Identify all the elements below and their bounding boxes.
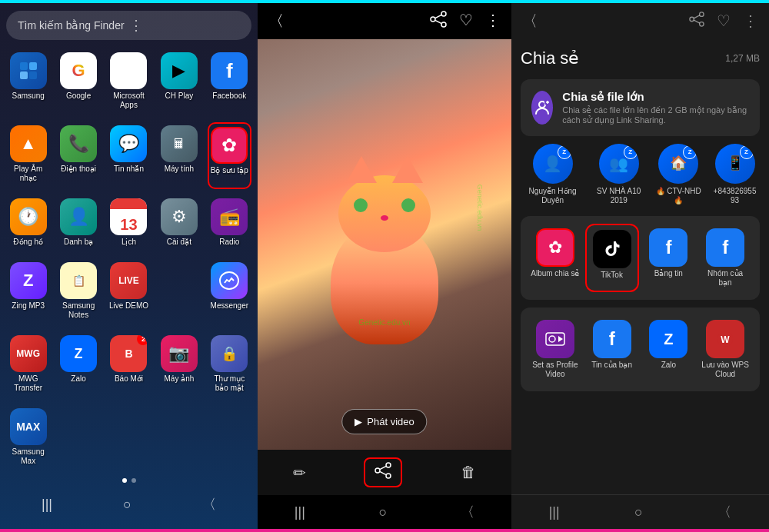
samsung-icon [10, 52, 47, 89]
back-button-right[interactable]: 〈 [522, 11, 538, 32]
share-app-tincuaban[interactable]: f Tin của bạn [585, 315, 639, 384]
more-top-icon[interactable]: ⋮ [485, 11, 501, 32]
app-radio[interactable]: 📻 Radio [208, 195, 251, 253]
app-chplay[interactable]: ▶ CH Play [157, 49, 201, 116]
photo-area: Genetic.edu.vn Genetic.edu.vn ▶ Phát vid… [258, 39, 511, 450]
app-baomoi[interactable]: B 2 Báo Mới [107, 332, 151, 399]
play-label: Phát video [367, 416, 414, 427]
contact-ctv[interactable]: Z 🏠 🔥 CTV-NHD 🔥 [653, 144, 704, 205]
app-settings[interactable]: ⚙ Cài đặt [157, 195, 201, 253]
app-zalo[interactable]: Z Zalo [56, 332, 100, 399]
share-header: Chia sẻ 1,27 MB [521, 48, 760, 68]
share-app-tiktok[interactable]: TikTok [585, 224, 639, 292]
pencil-button[interactable]: ✏ [281, 461, 318, 485]
nav-home-middle[interactable]: ○ [370, 501, 397, 524]
folder-icon: 🔒 [211, 335, 248, 372]
contact-phone-avatar: Z 📱 [715, 144, 755, 184]
share-top-icon[interactable] [430, 11, 447, 32]
clock-label: Đồng hồ [13, 238, 43, 247]
app-google[interactable]: G Google [56, 49, 100, 116]
screen-wrapper: Tìm kiếm bằng Finder ⋮ Samsung G Google [0, 0, 769, 532]
share-app-album[interactable]: ✿ Album chia sẻ [528, 224, 582, 292]
large-file-title: Chia sẻ file lớn [562, 90, 749, 104]
app-livedemo[interactable]: LIVE Live DEMO [107, 259, 151, 326]
tincuaban-label: Tin của bạn [591, 361, 632, 370]
app-messages[interactable]: 💬 Tin nhắn [107, 122, 151, 189]
contact-nguyen[interactable]: Z 👤 Nguyễn Hồng Duyên [521, 144, 584, 205]
wps-label: Lưu vào WPS Cloud [700, 361, 751, 379]
app-samsung[interactable]: Samsung [6, 49, 50, 116]
app-computer[interactable]: 🖩 Máy tính [157, 122, 201, 189]
app-contacts[interactable]: 👤 Danh bạ [56, 195, 100, 253]
nav-recent-right[interactable]: ||| [540, 501, 569, 524]
app-facebook[interactable]: f Facebook [208, 49, 251, 116]
app-mwg[interactable]: MWG MWG Transfer [6, 332, 50, 399]
camera-label: Máy ảnh [164, 374, 194, 384]
app-calendar[interactable]: 13 Lịch [107, 195, 151, 253]
contact-phone[interactable]: Z 📱 +843826955 93 [710, 144, 760, 205]
cat-ear-left [346, 156, 377, 183]
search-bar[interactable]: Tìm kiếm bằng Finder ⋮ [6, 11, 251, 40]
computer-label: Máy tính [165, 165, 194, 174]
watermark-bottom: Genetic.edu.vn [358, 318, 410, 327]
nav-back-left[interactable]: 〈 [193, 492, 225, 517]
nav-recent-middle[interactable]: ||| [285, 501, 315, 524]
samsungnotes-label: Samsung Notes [58, 301, 98, 320]
share-top-right-icon[interactable] [689, 12, 704, 31]
back-button-middle[interactable]: 〈 [268, 11, 284, 32]
heart-top-icon[interactable]: ♡ [459, 11, 473, 32]
nav-home-left[interactable]: ○ [114, 494, 141, 516]
trash-button[interactable]: 🗑 [448, 461, 488, 484]
dots-indicator [6, 478, 251, 483]
radio-label: Radio [219, 238, 239, 247]
app-folder[interactable]: 🔒 Thư mục bảo mật [208, 332, 251, 399]
baomoi-icon: B 2 [110, 335, 147, 372]
nav-bar-left: ||| ○ 〈 [6, 487, 251, 521]
middle-top-bar: 〈 ♡ ⋮ [258, 3, 511, 39]
apps-grid-row1: ✿ Album chia sẻ TikTok f Bảng tin f Nhóm… [521, 216, 760, 300]
share-app-wps[interactable]: W Lưu vào WPS Cloud [698, 315, 752, 384]
menu-dots-icon[interactable]: ⋮ [129, 17, 241, 34]
svg-point-7 [441, 22, 446, 27]
app-samsungmax[interactable]: MAX Samsung Max [6, 405, 50, 472]
app-microsoft[interactable]: Microsoft Apps [107, 49, 151, 116]
nav-home-right[interactable]: ○ [625, 501, 652, 524]
nav-back-right[interactable]: 〈 [708, 500, 741, 524]
app-phone[interactable]: 📞 Điện thoại [56, 122, 100, 189]
app-camera[interactable]: 📷 Máy ảnh [157, 332, 201, 399]
more-top-right-icon[interactable]: ⋮ [743, 12, 758, 31]
large-file-desc: Chia sẻ các file lớn lên đến 2 GB một ng… [562, 105, 749, 125]
share-app-setprofile[interactable]: Set as Profile Video [528, 315, 582, 384]
app-playmusic[interactable]: ▲ Play Âm nhạc [6, 122, 50, 189]
svg-point-11 [375, 468, 380, 473]
contacts-icon: 👤 [60, 198, 97, 235]
right-top-bar: 〈 ♡ ⋮ [511, 3, 769, 39]
contact-ctv-name: 🔥 CTV-NHD 🔥 [653, 187, 704, 205]
share-large-file-button[interactable]: Chia sẻ file lớn Chia sẻ các file lớn lê… [521, 79, 760, 136]
heart-top-right-icon[interactable]: ♡ [717, 12, 731, 31]
share-app-bangtin[interactable]: f Bảng tin [642, 224, 696, 292]
google-label: Google [66, 91, 91, 101]
app-bosuu[interactable]: ✿ Bộ sưu tập [208, 122, 251, 189]
nav-recent-left[interactable]: ||| [32, 494, 62, 516]
right-panel: 〈 ♡ ⋮ Chia sẻ 1,27 MB Chia sẻ file lớn [511, 3, 769, 529]
app-messenger[interactable]: Messenger [208, 259, 251, 326]
cat-eye-right [401, 198, 415, 212]
nav-bar-right: ||| ○ 〈 [511, 494, 769, 529]
contact-sv[interactable]: Z 👥 SV NHÀ A10 2019 [591, 144, 647, 205]
folder-label: Thư mục bảo mật [209, 374, 250, 393]
contact-sv-avatar: Z 👥 [599, 144, 639, 184]
baomoi-label: Báo Mới [115, 374, 143, 384]
app-samsungnotes[interactable]: 📋 Samsung Notes [56, 259, 100, 326]
svg-line-14 [380, 471, 386, 474]
messages-label: Tin nhắn [114, 165, 144, 174]
app-zingmp3[interactable]: Z Zing MP3 [6, 259, 50, 326]
play-video-button[interactable]: ▶ Phát video [341, 409, 427, 434]
app-clock[interactable]: 🕐 Đồng hồ [6, 195, 50, 253]
left-panel: Tìm kiếm bằng Finder ⋮ Samsung G Google [0, 3, 258, 529]
share-app-nhomcuaban[interactable]: f Nhóm của bạn [698, 224, 752, 292]
nav-back-middle[interactable]: 〈 [451, 500, 484, 524]
share-app-zalo2[interactable]: Z Zalo [642, 315, 696, 384]
svg-point-20 [539, 101, 545, 108]
share-button[interactable] [364, 457, 402, 487]
